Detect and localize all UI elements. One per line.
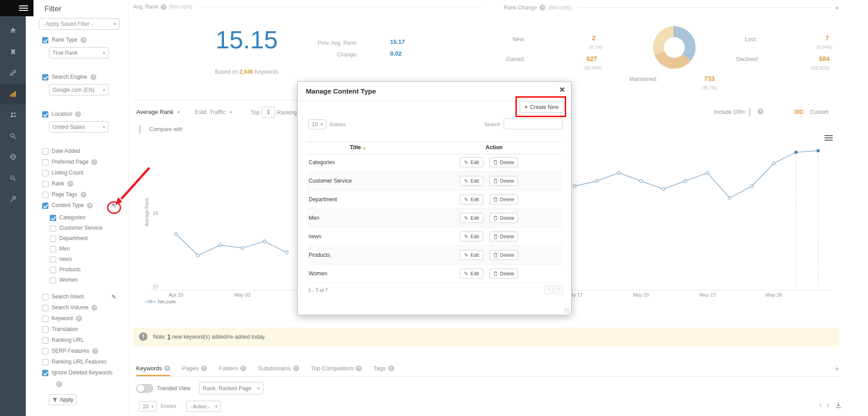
rank-type-select[interactable]: True Rank▾ (49, 47, 109, 58)
help-icon[interactable]: ? (539, 5, 545, 10)
action-select[interactable]: - Action -▾ (186, 401, 221, 412)
keyword-checkbox[interactable] (42, 316, 48, 322)
department-checkbox[interactable] (50, 236, 56, 242)
translation-checkbox[interactable] (42, 326, 48, 333)
edit-button[interactable]: ✎Edit (460, 176, 483, 186)
help-icon[interactable]: ? (164, 365, 170, 371)
help-icon[interactable]: ? (91, 305, 97, 311)
tab-average-rank[interactable]: Average Rank▾ (136, 109, 180, 115)
help-icon[interactable]: ? (91, 74, 96, 80)
help-icon[interactable]: ? (75, 111, 81, 117)
edit-filter-icon[interactable]: ✎ (111, 202, 116, 209)
resize-handle[interactable] (565, 308, 570, 313)
keyword-count[interactable]: 2,046 (239, 69, 253, 75)
add-tab-icon[interactable]: + (835, 365, 839, 373)
sidebar-item-rankings[interactable] (0, 84, 26, 104)
edit-button[interactable]: ✎Edit (460, 269, 483, 279)
search-engine-checkbox[interactable] (42, 74, 48, 80)
ranking-url-features-checkbox[interactable] (42, 359, 48, 365)
sidebar-item-keyword-search[interactable] (0, 126, 26, 147)
help-icon[interactable]: ? (758, 109, 763, 114)
column-title[interactable]: Title ▲ (350, 144, 367, 151)
menu-toggle[interactable] (0, 0, 33, 16)
prev-page-icon[interactable]: ‹ (819, 400, 822, 410)
help-icon[interactable]: ? (87, 203, 93, 208)
entries-select[interactable]: 10▾ (139, 401, 157, 411)
sidebar-item-campaigns[interactable] (0, 42, 26, 62)
note-count[interactable]: 1 (167, 334, 171, 340)
delete-button[interactable]: Delete (490, 157, 518, 167)
edit-filter-icon[interactable]: ✎ (111, 293, 116, 301)
help-icon[interactable]: ? (388, 365, 394, 371)
content-type-checkbox[interactable] (42, 203, 48, 209)
sidebar-item-tools[interactable] (0, 189, 26, 209)
add-widget-icon[interactable]: + (835, 4, 839, 11)
saved-filter-select[interactable]: - Apply Saved Filter -▾ (39, 18, 119, 30)
sidebar-item-web[interactable] (0, 147, 26, 167)
tab-subdomains[interactable]: Subdomains? (258, 362, 299, 376)
help-icon[interactable]: ? (240, 365, 246, 371)
help-icon[interactable]: ? (92, 348, 98, 354)
tab-folders[interactable]: Folders? (219, 362, 246, 376)
edit-button[interactable]: ✎Edit (460, 213, 483, 223)
sidebar-item-site-audit[interactable] (0, 168, 26, 189)
listing-count-checkbox[interactable] (42, 170, 48, 176)
trended-view-toggle[interactable] (136, 384, 153, 393)
tab-estd-traffic[interactable]: Estd. Traffic▾ (195, 109, 232, 115)
help-icon[interactable]: ? (67, 181, 73, 187)
edit-button[interactable]: ✎Edit (460, 194, 483, 204)
search-intent-checkbox[interactable] (42, 294, 48, 300)
help-icon[interactable]: ? (81, 192, 86, 198)
prev-page-button[interactable]: ‹ (544, 285, 553, 294)
edit-button[interactable]: ✎Edit (460, 157, 483, 167)
help-icon[interactable]: ? (356, 365, 362, 371)
modal-entries-select[interactable]: 10▾ (308, 119, 326, 129)
sidebar-item-links[interactable] (0, 62, 26, 83)
range-custom[interactable]: Custom (810, 109, 829, 115)
download-icon[interactable] (835, 402, 842, 409)
delete-button[interactable]: Delete (490, 213, 518, 223)
ignore-deleted-keywords-checkbox[interactable] (42, 370, 48, 376)
tab-pages[interactable]: Pages? (182, 362, 207, 376)
apply-filter-button[interactable]: Apply (49, 394, 77, 405)
modal-search-input[interactable] (504, 118, 563, 129)
sidebar-item-home[interactable] (0, 20, 26, 41)
help-icon[interactable]: ? (91, 159, 97, 165)
preferred-page-checkbox[interactable] (42, 159, 48, 165)
location-select[interactable]: United States▾ (49, 121, 109, 132)
help-icon[interactable]: ? (56, 381, 62, 387)
customer-service-checkbox[interactable] (50, 225, 56, 232)
view-mode-select[interactable]: Rank, Ranked Page▾ (199, 382, 263, 394)
serp-features-checkbox[interactable] (42, 348, 48, 355)
range-30d[interactable]: 30D (794, 109, 804, 115)
delete-button[interactable]: Delete (490, 176, 518, 186)
edit-button[interactable]: ✎Edit (460, 232, 483, 241)
search-volume-checkbox[interactable] (42, 305, 48, 311)
tab-top-competitors[interactable]: Top Competitors? (311, 362, 362, 376)
tab-tags[interactable]: Tags? (373, 362, 394, 376)
delete-button[interactable]: Delete (490, 269, 518, 279)
include-100-checkbox[interactable] (749, 108, 750, 117)
help-icon[interactable]: ? (201, 365, 207, 371)
date-added-checkbox[interactable] (42, 148, 48, 155)
women-checkbox[interactable] (50, 277, 56, 284)
top-rank-input[interactable] (262, 107, 275, 118)
help-icon[interactable]: ? (76, 316, 82, 321)
edit-button[interactable]: ✎Edit (460, 250, 483, 260)
page-tags-checkbox[interactable] (42, 192, 48, 198)
tab-keywords[interactable]: Keywords? (136, 362, 170, 376)
news-checkbox[interactable] (50, 256, 56, 263)
rank-checkbox[interactable] (42, 181, 48, 187)
next-page-icon[interactable]: › (827, 400, 830, 410)
men-checkbox[interactable] (50, 246, 56, 252)
help-icon[interactable]: ? (161, 4, 167, 10)
products-checkbox[interactable] (50, 267, 56, 273)
search-engine-select[interactable]: Google.com (EN)▾ (49, 84, 109, 95)
delete-button[interactable]: Delete (490, 250, 518, 260)
ranking-url-checkbox[interactable] (42, 337, 48, 344)
location-checkbox[interactable] (42, 111, 48, 118)
close-icon[interactable]: × (559, 85, 565, 95)
next-page-button[interactable]: › (554, 285, 563, 294)
categories-checkbox[interactable] (50, 215, 56, 221)
rank-type-checkbox[interactable] (42, 37, 48, 43)
